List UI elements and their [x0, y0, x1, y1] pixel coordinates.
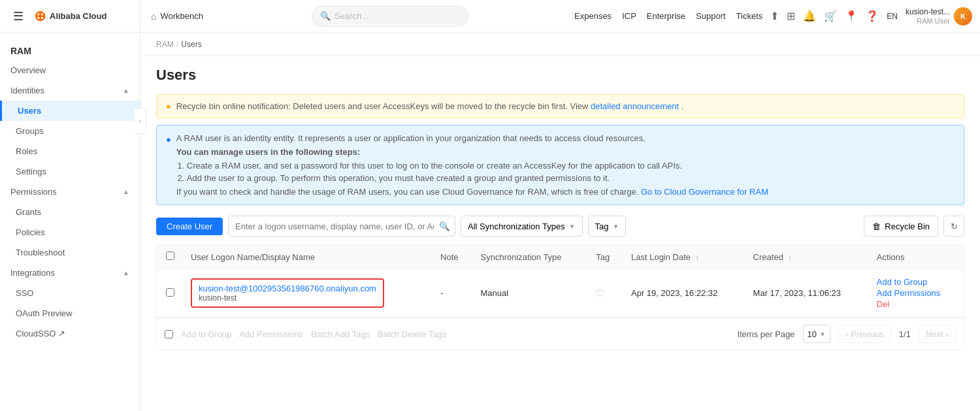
recycle-bin-button[interactable]: 🗑 Recycle Bin: [864, 216, 938, 237]
chevron-down-icon-2: ▼: [613, 223, 619, 230]
alert-blue-steps-title: You can manage users in the following st…: [176, 147, 768, 157]
sidebar-item-cloudsso[interactable]: CloudSSO ↗: [0, 323, 140, 344]
sidebar-item-grants[interactable]: Grants: [0, 202, 140, 222]
screen-icon[interactable]: ⊞: [787, 10, 795, 22]
create-user-button[interactable]: Create User: [156, 218, 223, 235]
nav-enterprise[interactable]: Enterprise: [647, 11, 685, 21]
governance-link[interactable]: Go to Cloud Governance for RAM: [641, 187, 768, 197]
page-title: Users: [156, 67, 964, 84]
bulk-batch-add-tags[interactable]: Batch Add Tags: [311, 329, 370, 339]
top-search-bar[interactable]: 🔍 Search...: [312, 6, 468, 27]
select-all-checkbox[interactable]: [166, 252, 174, 260]
location-icon[interactable]: 📍: [845, 10, 858, 22]
alibaba-cloud-label: Alibaba Cloud: [50, 11, 106, 21]
th-tag: Tag: [588, 245, 623, 269]
bulk-action-bar: Add to Group Add Permissions Batch Add T…: [157, 318, 964, 350]
workbench-label: Workbench: [160, 11, 203, 21]
nav-support[interactable]: Support: [696, 11, 726, 21]
user-avatar[interactable]: K: [954, 7, 972, 25]
sync-types-select[interactable]: All Synchronization Types ▼: [461, 216, 583, 237]
info-icon: ●: [166, 135, 171, 144]
chevron-up-icon: ▲: [123, 87, 129, 94]
recycle-icon: 🗑: [872, 222, 881, 231]
previous-button[interactable]: ‹ Previous: [838, 325, 891, 343]
th-sync-type: Synchronization Type: [473, 245, 589, 269]
breadcrumb-users: Users: [181, 40, 201, 49]
nav-expenses[interactable]: Expenses: [574, 11, 612, 21]
sidebar-section-title: RAM: [0, 38, 140, 60]
bulk-add-permissions[interactable]: Add Permissions: [239, 329, 303, 339]
bell-icon[interactable]: 🔔: [803, 10, 816, 22]
sidebar-group-integrations[interactable]: Integrations ▲: [0, 263, 140, 283]
th-actions: Actions: [869, 245, 964, 269]
sidebar-item-settings[interactable]: Settings: [0, 161, 140, 182]
row-checkbox[interactable]: [166, 288, 174, 297]
sidebar-group-identities[interactable]: Identities ▲: [0, 80, 140, 101]
search-submit-button[interactable]: 🔍: [439, 222, 450, 231]
th-created[interactable]: Created ↕: [745, 245, 869, 269]
next-button[interactable]: Next ›: [919, 325, 956, 343]
sidebar-group-permissions[interactable]: Permissions ▲: [0, 182, 140, 202]
chevron-down-icon: ▼: [569, 223, 576, 230]
page-info: 1/1: [899, 329, 911, 339]
sidebar-item-troubleshoot[interactable]: Troubleshoot: [0, 242, 140, 263]
language-btn[interactable]: EN: [887, 12, 898, 21]
bulk-add-to-group[interactable]: Add to Group: [181, 329, 231, 339]
sidebar-item-oauth[interactable]: OAuth Preview: [0, 303, 140, 323]
toolbar: Create User 🔍 All Synchronization Types …: [156, 216, 964, 237]
sidebar-item-roles[interactable]: Roles: [0, 141, 140, 161]
breadcrumb-ram[interactable]: RAM: [156, 40, 174, 49]
alert-step-2: Add the user to a group. To perform this…: [187, 173, 768, 183]
action-links: Add to Group Add Permissions Del: [877, 277, 956, 309]
chevron-up-icon-2: ▲: [123, 188, 129, 195]
sidebar-item-policies[interactable]: Policies: [0, 222, 140, 242]
detailed-announcement-link[interactable]: detailed announcement: [591, 101, 679, 111]
page-size-select[interactable]: 10 ▼: [803, 325, 830, 343]
refresh-button[interactable]: ↻: [943, 216, 964, 237]
row-tag-cell: ♡: [588, 269, 623, 318]
hamburger-area: ☰ ⊕ Alibaba Cloud: [0, 0, 140, 32]
hamburger-button[interactable]: ☰: [8, 6, 29, 27]
alert-steps-list: Create a RAM user, and set a password fo…: [176, 161, 768, 183]
prev-arrow-icon: ‹: [845, 329, 848, 339]
th-logon-name: User Logon Name/Display Name: [183, 245, 433, 269]
nav-icp[interactable]: ICP: [622, 11, 636, 21]
alert-step-1: Create a RAM user, and set a password fo…: [187, 161, 768, 171]
th-checkbox: [157, 245, 183, 269]
add-to-group-link[interactable]: Add to Group: [877, 277, 956, 287]
tag-icon[interactable]: ♡: [596, 288, 604, 299]
sync-types-label: All Synchronization Types: [468, 222, 565, 231]
sidebar-item-groups[interactable]: Groups: [0, 121, 140, 141]
sidebar-item-users[interactable]: Users: [0, 101, 140, 121]
tag-select[interactable]: Tag ▼: [588, 216, 627, 237]
add-permissions-link[interactable]: Add Permissions: [877, 288, 956, 298]
nav-tickets[interactable]: Tickets: [736, 11, 763, 21]
delete-link[interactable]: Del: [877, 299, 956, 309]
user-role: RAM User: [906, 17, 950, 25]
items-per-page-label: Items per Page: [737, 329, 794, 339]
alert-blue: ● A RAM user is an identity entity. It r…: [156, 125, 964, 205]
page-content: Users ● Recycle bin online notification:…: [140, 56, 980, 361]
sidebar-item-sso[interactable]: SSO: [0, 283, 140, 303]
search-input[interactable]: [228, 216, 455, 237]
th-note: Note: [433, 245, 472, 269]
sidebar-item-overview[interactable]: Overview: [0, 60, 140, 80]
workbench-link[interactable]: ⌂ Workbench: [140, 11, 214, 22]
sidebar-collapse-btn[interactable]: ‹: [140, 108, 146, 134]
row-logon-name-cell: kusion-test@1002953561986760.onaliyun.co…: [183, 269, 433, 318]
alert-yellow-text: Recycle bin online notification: Deleted…: [176, 101, 591, 111]
cart-icon[interactable]: 🛒: [824, 10, 837, 22]
row-checkbox-cell: [157, 269, 183, 318]
bulk-batch-delete-tags[interactable]: Batch Delete Tags: [378, 329, 446, 339]
th-last-login[interactable]: Last Login Date ↕: [623, 245, 745, 269]
help-icon[interactable]: ❓: [866, 10, 879, 22]
recycle-bin-label: Recycle Bin: [885, 222, 930, 231]
users-table: User Logon Name/Display Name Note Synchr…: [157, 245, 964, 318]
previous-label: Previous: [851, 329, 884, 339]
user-logon-name[interactable]: kusion-test@1002953561986760.onaliyun.co…: [199, 284, 376, 293]
bulk-checkbox[interactable]: [165, 330, 173, 338]
search-wrap: 🔍: [228, 216, 455, 237]
alert-blue-intro: A RAM user is an identity entity. It rep…: [176, 133, 768, 143]
search-placeholder: Search...: [335, 11, 368, 21]
share-icon[interactable]: ⬆: [770, 10, 779, 22]
